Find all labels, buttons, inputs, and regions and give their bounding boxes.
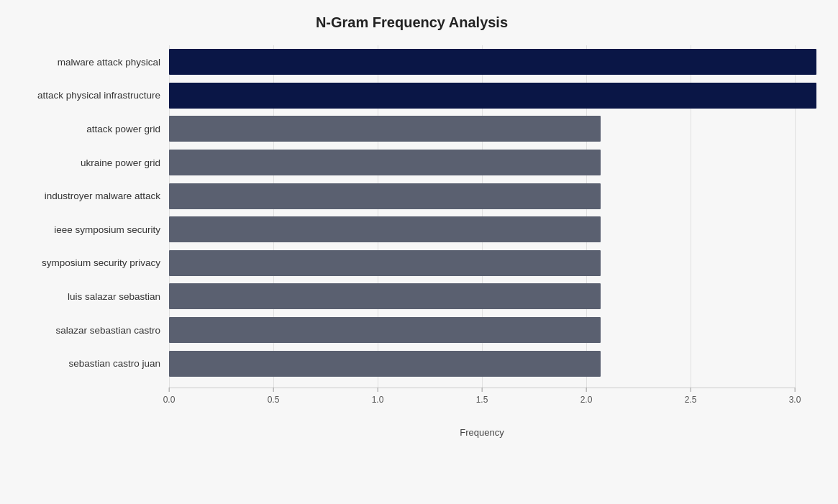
axis-tick-label: 3.0 — [789, 395, 801, 405]
bar-row: attack physical infrastructure — [7, 79, 816, 113]
bar-track — [169, 83, 816, 109]
bar-fill — [169, 216, 601, 242]
bar-track — [169, 250, 816, 276]
bar-track — [169, 283, 816, 309]
bar-track — [169, 49, 816, 75]
bar-label: ieee symposium security — [7, 224, 169, 235]
bar-fill — [169, 116, 601, 142]
bar-label: salazar sebastian castro — [7, 325, 169, 336]
x-axis-label: Frequency — [169, 427, 795, 438]
x-axis: 0.00.51.01.52.02.53.0 Frequency — [169, 388, 795, 438]
axis-tick-label: 2.5 — [685, 395, 697, 405]
axis-tick-line — [691, 388, 691, 392]
bar-fill — [169, 283, 601, 309]
bar-label: attack physical infrastructure — [7, 90, 169, 101]
bar-label: luis salazar sebastian — [7, 291, 169, 302]
bar-row: sebastian castro juan — [7, 347, 816, 380]
axis-tick: 1.5 — [476, 388, 488, 405]
bar-label: ukraine power grid — [7, 157, 169, 168]
axis-tick-line — [169, 388, 170, 392]
bar-track — [169, 317, 816, 343]
axis-tick-label: 0.5 — [268, 395, 280, 405]
axis-tick-line — [273, 388, 273, 392]
chart-area: malware attack physicalattack physical i… — [7, 45, 816, 380]
axis-tick: 0.0 — [163, 388, 176, 405]
bar-fill — [169, 150, 601, 175]
bar-label: attack power grid — [7, 124, 169, 134]
axis-tick: 2.0 — [580, 388, 593, 405]
bar-row: symposium security privacy — [7, 247, 816, 280]
bar-row: ieee symposium security — [7, 213, 816, 247]
axis-tick: 2.5 — [685, 388, 697, 405]
bar-row: industroyer malware attack — [7, 179, 816, 213]
bar-track — [169, 116, 816, 142]
axis-tick-label: 2.0 — [580, 395, 593, 405]
chart-container: N-Gram Frequency Analysis malware attack… — [0, 0, 838, 504]
axis-tick-label: 1.5 — [476, 395, 488, 405]
bar-track — [169, 150, 816, 175]
axis-tick-line — [482, 388, 483, 392]
bar-row: attack power grid — [7, 112, 816, 146]
axis-tick-line — [795, 388, 796, 392]
axis-tick-line — [377, 388, 378, 392]
bar-fill — [169, 250, 601, 276]
axis-tick: 0.5 — [268, 388, 280, 405]
bar-fill — [169, 183, 601, 209]
bar-fill — [169, 49, 816, 75]
bar-label: sebastian castro juan — [7, 358, 169, 369]
bar-row: luis salazar sebastian — [7, 280, 816, 313]
bar-fill — [169, 317, 601, 343]
bar-label: malware attack physical — [7, 57, 169, 68]
axis-tick: 1.0 — [372, 388, 384, 405]
axis-tick-label: 0.0 — [163, 395, 176, 405]
bar-track — [169, 216, 816, 242]
bar-track — [169, 183, 816, 209]
bar-track — [169, 351, 816, 377]
axis-tick-label: 1.0 — [372, 395, 384, 405]
bar-label: symposium security privacy — [7, 257, 169, 268]
bar-row: salazar sebastian castro — [7, 313, 816, 347]
bar-label: industroyer malware attack — [7, 191, 169, 201]
bar-fill — [169, 351, 601, 377]
bar-row: malware attack physical — [7, 45, 816, 79]
axis-tick-line — [586, 388, 586, 392]
axis-tick: 3.0 — [789, 388, 801, 405]
bar-fill — [169, 83, 816, 109]
bar-row: ukraine power grid — [7, 146, 816, 180]
chart-title: N-Gram Frequency Analysis — [7, 14, 816, 31]
